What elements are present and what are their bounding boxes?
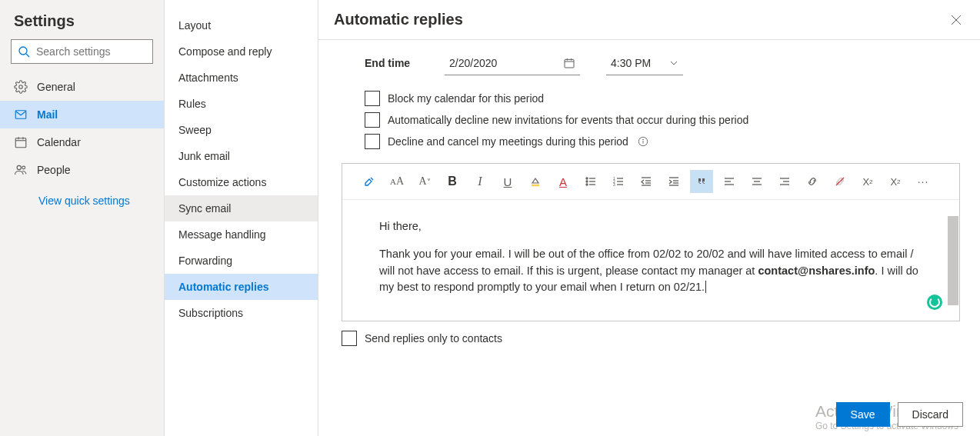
- search-settings-input[interactable]: [36, 45, 146, 58]
- send-contacts-label: Send replies only to contacts: [365, 332, 502, 344]
- svg-point-22: [586, 181, 588, 182]
- message-body: Thank you for your email. I will be out …: [379, 246, 922, 296]
- end-time-value: 4:30 PM: [611, 57, 651, 69]
- opt-decline-cancel: Decline and cancel my meetings during th…: [365, 134, 960, 149]
- align-right-icon: [778, 175, 791, 188]
- mid-item-sweep[interactable]: Sweep: [165, 117, 318, 143]
- highlight-button[interactable]: [524, 170, 547, 193]
- discard-button[interactable]: Discard: [898, 402, 963, 427]
- svg-line-1: [26, 54, 29, 57]
- scrollbar-thumb[interactable]: [948, 216, 958, 305]
- close-button[interactable]: [951, 15, 962, 25]
- save-button[interactable]: Save: [836, 402, 890, 427]
- message-email: contact@nshares.info: [758, 265, 875, 277]
- search-icon: [18, 45, 30, 58]
- nav-general[interactable]: General: [0, 73, 164, 101]
- svg-point-20: [586, 178, 588, 179]
- underline-button[interactable]: U: [496, 170, 519, 193]
- format-painter-button[interactable]: [358, 170, 381, 193]
- info-icon[interactable]: [638, 136, 648, 147]
- mid-item-subscriptions[interactable]: Subscriptions: [165, 300, 318, 326]
- panel-header: Automatic replies: [318, 0, 980, 40]
- svg-point-18: [642, 139, 643, 140]
- align-left-button[interactable]: [718, 170, 741, 193]
- unlink-icon: [834, 175, 846, 188]
- align-left-icon: [723, 175, 735, 188]
- opt-block-calendar: Block my calendar for this period: [365, 91, 960, 106]
- panel-body: End time 2/20/2020 4:30 PM Block my cale…: [318, 40, 980, 436]
- checkbox-contacts-only[interactable]: [342, 331, 357, 346]
- gear-icon: [14, 80, 28, 94]
- link-icon: [806, 175, 818, 188]
- checkbox-decline-new[interactable]: [365, 112, 380, 128]
- svg-point-8: [17, 165, 21, 169]
- mid-item-forwarding[interactable]: Forwarding: [165, 248, 318, 274]
- link-button[interactable]: [801, 170, 824, 193]
- mid-item-rules[interactable]: Rules: [165, 91, 318, 117]
- end-date-field[interactable]: 2/20/2020: [445, 51, 580, 75]
- align-right-button[interactable]: [773, 170, 796, 193]
- number-list-icon: 123: [612, 175, 625, 188]
- mid-item-automatic-replies[interactable]: Automatic replies: [165, 274, 318, 300]
- mid-item-junk[interactable]: Junk email: [165, 143, 318, 169]
- quote-button[interactable]: [690, 170, 713, 193]
- nav-people[interactable]: People: [0, 156, 164, 184]
- align-center-button[interactable]: [745, 170, 768, 193]
- nav-label: People: [37, 164, 71, 176]
- opt-label: Automatically decline new invitations fo…: [388, 114, 748, 126]
- mid-item-attachments[interactable]: Attachments: [165, 65, 318, 91]
- subscript-button[interactable]: X2: [884, 170, 907, 193]
- font-size-increase-button[interactable]: AA: [385, 170, 408, 193]
- italic-button[interactable]: I: [468, 170, 492, 193]
- search-settings-box[interactable]: [11, 39, 153, 64]
- outdent-icon: [640, 175, 652, 188]
- editor-body[interactable]: Hi there, Thank you for your email. I wi…: [342, 200, 959, 321]
- chevron-down-icon: [669, 58, 678, 68]
- paint-icon: [363, 175, 375, 188]
- end-time-field[interactable]: 4:30 PM: [606, 51, 683, 75]
- main-panel: Automatic replies End time 2/20/2020 4:3…: [318, 0, 980, 436]
- number-list-button[interactable]: 123: [607, 170, 630, 193]
- opt-label: Decline and cancel my meetings during th…: [388, 135, 628, 148]
- svg-text:3: 3: [613, 182, 615, 187]
- bullet-list-button[interactable]: [579, 170, 602, 193]
- svg-rect-4: [15, 138, 26, 148]
- svg-point-24: [586, 184, 588, 185]
- close-icon: [951, 15, 962, 25]
- opt-decline-new: Automatically decline new invitations fo…: [365, 112, 960, 128]
- svg-point-0: [19, 47, 27, 55]
- outdent-button[interactable]: [635, 170, 658, 193]
- checkbox-block-calendar[interactable]: [365, 91, 380, 106]
- footer-buttons: Save Discard: [836, 402, 963, 427]
- reply-editor: AA A˅ B I U A 123 X2: [342, 163, 960, 321]
- nav-mail[interactable]: Mail: [0, 101, 164, 128]
- grammarly-icon[interactable]: [927, 295, 942, 310]
- people-icon: [14, 163, 28, 177]
- more-options-button[interactable]: ···: [912, 170, 935, 193]
- mid-item-layout[interactable]: Layout: [165, 12, 318, 38]
- quote-icon: [695, 175, 708, 188]
- font-color-button[interactable]: A: [552, 170, 575, 193]
- calendar-icon: [14, 135, 28, 149]
- bold-button[interactable]: B: [441, 170, 464, 193]
- mail-icon: [14, 108, 28, 121]
- mid-item-message-handling[interactable]: Message handling: [165, 221, 318, 248]
- nav-label: General: [37, 81, 75, 93]
- unlink-button[interactable]: [828, 170, 852, 193]
- opt-label: Block my calendar for this period: [388, 92, 544, 105]
- mid-item-customize[interactable]: Customize actions: [165, 169, 318, 195]
- editor-toolbar: AA A˅ B I U A 123 X2: [342, 164, 959, 200]
- nav-calendar[interactable]: Calendar: [0, 128, 164, 156]
- end-time-row: End time 2/20/2020 4:30 PM: [365, 51, 960, 75]
- settings-title: Settings: [0, 8, 164, 39]
- font-size-decrease-button[interactable]: A˅: [413, 170, 436, 193]
- calendar-picker-icon: [563, 57, 575, 69]
- mid-item-compose[interactable]: Compose and reply: [165, 38, 318, 65]
- view-quick-settings-link[interactable]: View quick settings: [0, 184, 164, 207]
- checkbox-decline-cancel[interactable]: [365, 134, 380, 149]
- indent-icon: [668, 175, 680, 188]
- bullet-list-icon: [585, 175, 597, 188]
- superscript-button[interactable]: X2: [856, 170, 879, 193]
- mid-item-sync[interactable]: Sync email: [165, 195, 318, 221]
- indent-button[interactable]: [662, 170, 685, 193]
